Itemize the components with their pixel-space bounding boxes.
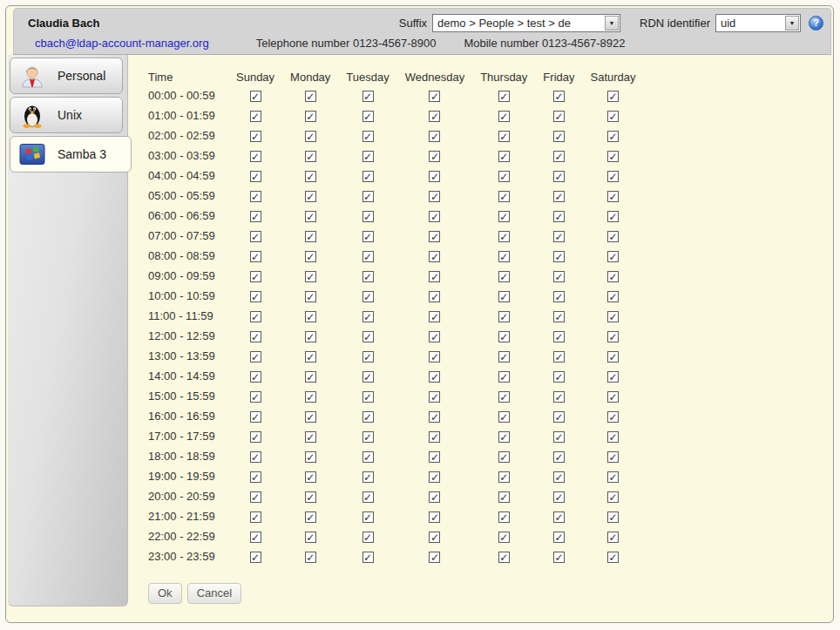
hour-checkbox[interactable] — [553, 111, 565, 122]
hour-checkbox[interactable] — [362, 311, 374, 322]
hour-checkbox[interactable] — [498, 431, 510, 443]
hour-checkbox[interactable] — [362, 271, 374, 282]
hour-checkbox[interactable] — [305, 431, 316, 443]
hour-checkbox[interactable] — [498, 111, 510, 122]
hour-checkbox[interactable] — [250, 371, 261, 383]
hour-checkbox[interactable] — [429, 331, 440, 342]
hour-checkbox[interactable] — [250, 532, 261, 543]
hour-checkbox[interactable] — [498, 371, 510, 383]
hour-checkbox[interactable] — [305, 271, 316, 282]
hour-checkbox[interactable] — [498, 91, 510, 102]
hour-checkbox[interactable] — [553, 431, 565, 443]
help-icon[interactable]: ? — [809, 16, 823, 30]
hour-checkbox[interactable] — [607, 431, 619, 443]
hour-checkbox[interactable] — [305, 451, 316, 463]
hour-checkbox[interactable] — [305, 511, 316, 523]
hour-checkbox[interactable] — [607, 311, 619, 322]
hour-checkbox[interactable] — [429, 532, 440, 543]
hour-checkbox[interactable] — [607, 231, 619, 242]
hour-checkbox[interactable] — [607, 331, 619, 342]
hour-checkbox[interactable] — [250, 552, 261, 563]
hour-checkbox[interactable] — [362, 211, 374, 222]
email-link[interactable]: cbach@ldap-account-manager.org — [35, 37, 209, 50]
hour-checkbox[interactable] — [607, 411, 619, 423]
hour-checkbox[interactable] — [429, 251, 440, 262]
hour-checkbox[interactable] — [305, 371, 316, 383]
hour-checkbox[interactable] — [429, 351, 440, 362]
hour-checkbox[interactable] — [498, 511, 510, 523]
hour-checkbox[interactable] — [250, 251, 261, 262]
hour-checkbox[interactable] — [250, 391, 261, 403]
hour-checkbox[interactable] — [498, 351, 510, 362]
hour-checkbox[interactable] — [553, 451, 565, 463]
hour-checkbox[interactable] — [429, 511, 440, 523]
hour-checkbox[interactable] — [498, 331, 510, 342]
hour-checkbox[interactable] — [607, 471, 619, 483]
hour-checkbox[interactable] — [607, 131, 619, 142]
hour-checkbox[interactable] — [250, 491, 261, 503]
hour-checkbox[interactable] — [607, 451, 619, 463]
hour-checkbox[interactable] — [305, 491, 316, 503]
hour-checkbox[interactable] — [362, 431, 374, 443]
hour-checkbox[interactable] — [362, 511, 374, 523]
hour-checkbox[interactable] — [362, 411, 374, 423]
hour-checkbox[interactable] — [607, 552, 619, 563]
hour-checkbox[interactable] — [498, 451, 510, 463]
hour-checkbox[interactable] — [553, 251, 565, 262]
hour-checkbox[interactable] — [429, 431, 440, 443]
hour-checkbox[interactable] — [362, 331, 374, 342]
hour-checkbox[interactable] — [250, 91, 261, 102]
hour-checkbox[interactable] — [429, 151, 440, 162]
hour-checkbox[interactable] — [250, 451, 261, 463]
hour-checkbox[interactable] — [250, 231, 261, 242]
hour-checkbox[interactable] — [429, 552, 440, 563]
hour-checkbox[interactable] — [362, 351, 374, 362]
hour-checkbox[interactable] — [250, 511, 261, 523]
hour-checkbox[interactable] — [305, 151, 316, 162]
chevron-down-icon[interactable]: ▼ — [605, 16, 619, 30]
hour-checkbox[interactable] — [553, 351, 565, 362]
hour-checkbox[interactable] — [305, 331, 316, 342]
hour-checkbox[interactable] — [250, 111, 261, 122]
hour-checkbox[interactable] — [250, 151, 261, 162]
hour-checkbox[interactable] — [553, 411, 565, 423]
hour-checkbox[interactable] — [362, 231, 374, 242]
hour-checkbox[interactable] — [607, 271, 619, 282]
hour-checkbox[interactable] — [429, 411, 440, 423]
hour-checkbox[interactable] — [498, 471, 510, 483]
hour-checkbox[interactable] — [305, 231, 316, 242]
hour-checkbox[interactable] — [305, 251, 316, 262]
hour-checkbox[interactable] — [362, 491, 374, 503]
hour-checkbox[interactable] — [305, 391, 316, 403]
hour-checkbox[interactable] — [498, 411, 510, 423]
hour-checkbox[interactable] — [553, 331, 565, 342]
hour-checkbox[interactable] — [250, 411, 261, 423]
hour-checkbox[interactable] — [362, 471, 374, 483]
hour-checkbox[interactable] — [429, 211, 440, 222]
hour-checkbox[interactable] — [553, 371, 565, 383]
hour-checkbox[interactable] — [553, 191, 565, 202]
hour-checkbox[interactable] — [305, 311, 316, 322]
hour-checkbox[interactable] — [498, 271, 510, 282]
hour-checkbox[interactable] — [498, 131, 510, 142]
hour-checkbox[interactable] — [607, 371, 619, 383]
hour-checkbox[interactable] — [250, 471, 261, 483]
hour-checkbox[interactable] — [305, 532, 316, 543]
hour-checkbox[interactable] — [305, 211, 316, 222]
hour-checkbox[interactable] — [498, 151, 510, 162]
hour-checkbox[interactable] — [250, 311, 261, 322]
hour-checkbox[interactable] — [362, 371, 374, 383]
hour-checkbox[interactable] — [429, 271, 440, 282]
hour-checkbox[interactable] — [553, 291, 565, 302]
hour-checkbox[interactable] — [607, 532, 619, 543]
tab-personal[interactable]: Personal — [10, 58, 123, 94]
hour-checkbox[interactable] — [553, 511, 565, 523]
hour-checkbox[interactable] — [553, 491, 565, 503]
hour-checkbox[interactable] — [305, 411, 316, 423]
hour-checkbox[interactable] — [429, 391, 440, 403]
hour-checkbox[interactable] — [498, 491, 510, 503]
hour-checkbox[interactable] — [607, 91, 619, 102]
hour-checkbox[interactable] — [498, 191, 510, 202]
hour-checkbox[interactable] — [607, 251, 619, 262]
hour-checkbox[interactable] — [305, 291, 316, 302]
